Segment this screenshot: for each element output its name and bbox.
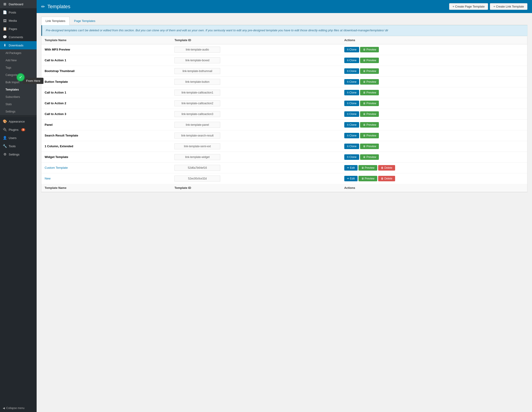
preview-button[interactable]: 🖥 Preview — [360, 122, 379, 128]
sidebar-subitem-add-new[interactable]: Add New — [0, 57, 37, 64]
edit-button[interactable]: ✏ Edit — [344, 165, 358, 171]
template-id-cell — [171, 152, 341, 162]
sidebar-item-downloads[interactable]: ⬇ Downloads — [0, 41, 37, 49]
clone-button[interactable]: ⎘ Clone — [344, 58, 359, 63]
clone-button[interactable]: ⎘ Clone — [344, 47, 359, 52]
preview-button[interactable]: 🖥 Preview — [360, 58, 379, 63]
table-row: With MP3 Preview⎘ Clone🖥 Preview — [41, 44, 527, 55]
template-actions-cell: ⎘ Clone🖥 Preview — [341, 130, 527, 141]
template-id-cell — [171, 87, 341, 98]
sidebar-item-pages[interactable]: 📋 Pages — [0, 25, 37, 33]
sidebar-subitem-all-packages[interactable]: All Packages — [0, 49, 37, 57]
delete-button[interactable]: 🗑 Delete — [378, 176, 395, 181]
preview-button[interactable]: 🖥 Preview — [360, 133, 379, 138]
table-row: 1 Column, Extended⎘ Clone🖥 Preview — [41, 141, 527, 152]
tab-page-templates[interactable]: Page Templates — [70, 17, 100, 25]
preview-button[interactable]: 🖥 Preview — [360, 144, 379, 149]
template-id-input[interactable] — [174, 154, 220, 160]
sidebar: ⊞ Dashboard 📄 Posts 🖼 Media 📋 Pages 💬 Co… — [0, 0, 37, 412]
sidebar-item-appearance[interactable]: 🎨 Appearance — [0, 117, 37, 126]
template-id-input[interactable] — [174, 100, 220, 106]
from-here-tooltip: From Here — [23, 78, 44, 84]
template-name-text: Call to Action 1 — [45, 91, 66, 94]
templates-table-wrapper: Template Name Template ID Actions With M… — [41, 36, 527, 192]
clone-button[interactable]: ⎘ Clone — [344, 101, 359, 106]
template-id-input[interactable] — [174, 90, 220, 96]
template-name-text: Search Result Template — [45, 134, 78, 137]
create-page-template-button[interactable]: + Create Page Template — [449, 3, 488, 10]
create-link-template-button[interactable]: + Create Link Template — [490, 3, 527, 10]
page-title: ✏ Templates — [41, 4, 70, 9]
clone-button[interactable]: ⎘ Clone — [344, 68, 359, 74]
template-name-text: Button Template — [45, 80, 68, 83]
clone-button[interactable]: ⎘ Clone — [344, 154, 359, 160]
edit-button[interactable]: ✏ Edit — [344, 176, 358, 181]
sidebar-subitem-subscribers[interactable]: Subscribers — [0, 93, 37, 101]
template-name-cell: New — [41, 173, 171, 184]
clone-button[interactable]: ⎘ Clone — [344, 111, 359, 117]
table-row: Custom Template✏ Edit🖥 Preview🗑 Delete — [41, 162, 527, 173]
template-id-cell — [171, 66, 341, 76]
template-id-input[interactable] — [174, 165, 220, 171]
pages-icon: 📋 — [3, 27, 7, 31]
template-name-cell: 1 Column, Extended — [41, 141, 171, 152]
template-actions-cell: ⎘ Clone🖥 Preview — [341, 76, 527, 87]
template-name-text: Panel — [45, 123, 53, 127]
preview-button[interactable]: 🖥 Preview — [360, 90, 379, 95]
preview-button[interactable]: 🖥 Preview — [360, 47, 379, 52]
template-id-input[interactable] — [174, 111, 220, 117]
template-name-link[interactable]: Custom Template — [45, 166, 68, 169]
preview-button[interactable]: 🖥 Preview — [360, 101, 379, 106]
sidebar-item-media[interactable]: 🖼 Media — [0, 17, 37, 25]
sidebar-subitem-templates[interactable]: Templates — [0, 86, 37, 93]
clone-button[interactable]: ⎘ Clone — [344, 122, 359, 128]
delete-button[interactable]: 🗑 Delete — [378, 165, 395, 171]
template-id-input[interactable] — [174, 133, 220, 138]
tab-link-templates[interactable]: Link Templates — [41, 17, 70, 25]
template-id-input[interactable] — [174, 79, 220, 85]
sidebar-item-users[interactable]: 👤 Users — [0, 134, 37, 142]
preview-button[interactable]: 🖥 Preview — [360, 79, 379, 85]
comments-icon: 💬 — [3, 35, 7, 39]
template-actions-cell: ⎘ Clone🖥 Preview — [341, 66, 527, 76]
template-id-input[interactable] — [174, 57, 220, 63]
sidebar-item-plugins[interactable]: 🔌 Plugins 9 — [0, 126, 37, 134]
sidebar-item-settings[interactable]: ⚙ Settings — [0, 150, 37, 158]
sidebar-item-dashboard[interactable]: ⊞ Dashboard — [0, 0, 37, 8]
template-id-cell — [171, 98, 341, 109]
template-id-input[interactable] — [174, 176, 220, 182]
template-id-input[interactable] — [174, 68, 220, 74]
templates-table: Template Name Template ID Actions With M… — [41, 36, 527, 192]
sidebar-item-posts[interactable]: 📄 Posts — [0, 8, 37, 17]
table-row: Bootstrap Thumbnail⎘ Clone🖥 Preview — [41, 66, 527, 76]
sidebar-subitem-settings[interactable]: Settings — [0, 108, 37, 115]
template-actions-cell: ⎘ Clone🖥 Preview — [341, 44, 527, 55]
template-id-input[interactable] — [174, 47, 220, 53]
preview-button[interactable]: 🖥 Preview — [360, 68, 379, 74]
table-row: Call to Action 1⎘ Clone🖥 Preview — [41, 55, 527, 66]
sidebar-subitem-tags[interactable]: Tags — [0, 64, 37, 71]
template-name-text: Widget Template — [45, 155, 68, 159]
downloads-icon: ⬇ — [3, 43, 7, 47]
preview-button[interactable]: 🖥 Preview — [360, 111, 379, 117]
preview-button[interactable]: 🖥 Preview — [360, 154, 379, 160]
preview-button[interactable]: 🖥 Preview — [359, 176, 377, 181]
template-id-input[interactable] — [174, 143, 220, 149]
collapse-menu[interactable]: ◀ Collapse menu — [0, 404, 37, 412]
plugins-badge: 9 — [21, 128, 25, 131]
preview-button[interactable]: 🖥 Preview — [359, 165, 377, 171]
header-buttons: + Create Page Template + Create Link Tem… — [449, 3, 527, 10]
content-area: Link Templates Page Templates Pre-design… — [37, 13, 532, 412]
sidebar-subitem-stats[interactable]: Stats — [0, 101, 37, 108]
clone-button[interactable]: ⎘ Clone — [344, 133, 359, 138]
sidebar-item-tools[interactable]: 🔧 Tools — [0, 142, 37, 150]
template-id-input[interactable] — [174, 122, 220, 128]
sidebar-item-comments[interactable]: 💬 Comments — [0, 33, 37, 41]
clone-button[interactable]: ⎘ Clone — [344, 79, 359, 85]
template-name-link[interactable]: New — [45, 177, 51, 180]
clone-button[interactable]: ⎘ Clone — [344, 90, 359, 95]
clone-button[interactable]: ⎘ Clone — [344, 144, 359, 149]
templates-icon: ✏ — [41, 4, 45, 9]
footer-col-actions: Actions — [341, 184, 527, 192]
template-name-text: Call to Action 1 — [45, 59, 66, 62]
